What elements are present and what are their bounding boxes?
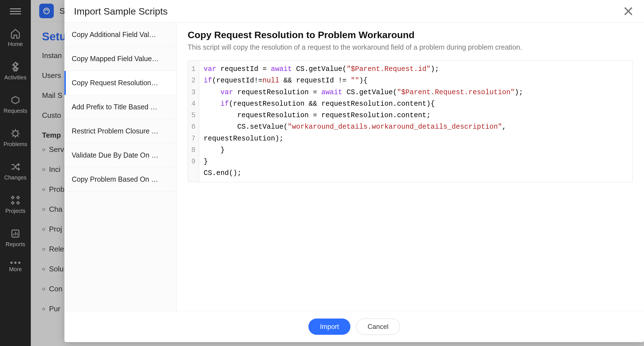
modal-footer: Import Cancel [64,311,644,342]
modal-header: Import Sample Scripts [64,0,644,23]
cancel-button[interactable]: Cancel [356,319,400,335]
code-content: var requestId = await CS.getValue("$Pare… [199,61,633,182]
import-scripts-modal: Import Sample Scripts Copy Additional Fi… [64,0,644,342]
import-button[interactable]: Import [308,319,350,335]
modal-title: Import Sample Scripts [74,6,168,17]
script-list-item[interactable]: Copy Mapped Field Value… [64,47,176,71]
script-list-item[interactable]: Restrict Problem Closure … [64,119,176,143]
script-list-item[interactable]: Copy Request Resolution… [64,71,176,95]
script-list-item[interactable]: Copy Additional Field Val… [64,23,176,47]
script-list: Copy Additional Field Val…Copy Mapped Fi… [64,23,176,311]
script-list-item[interactable]: Validate Due By Date On … [64,143,176,167]
script-list-item[interactable]: Copy Problem Based On … [64,167,176,192]
script-list-item[interactable]: Add Prefix to Title Based … [64,95,176,119]
script-detail-desc: This script will copy the resolution of … [188,43,633,51]
close-icon[interactable] [622,5,634,17]
code-gutter: 1 2 3 4 5 6 7 8 9 [188,61,199,182]
script-detail: Copy Request Resolution to Problem Worka… [176,23,644,311]
code-block: 1 2 3 4 5 6 7 8 9 var requestId = await … [188,60,633,182]
script-detail-title: Copy Request Resolution to Problem Worka… [188,29,633,40]
